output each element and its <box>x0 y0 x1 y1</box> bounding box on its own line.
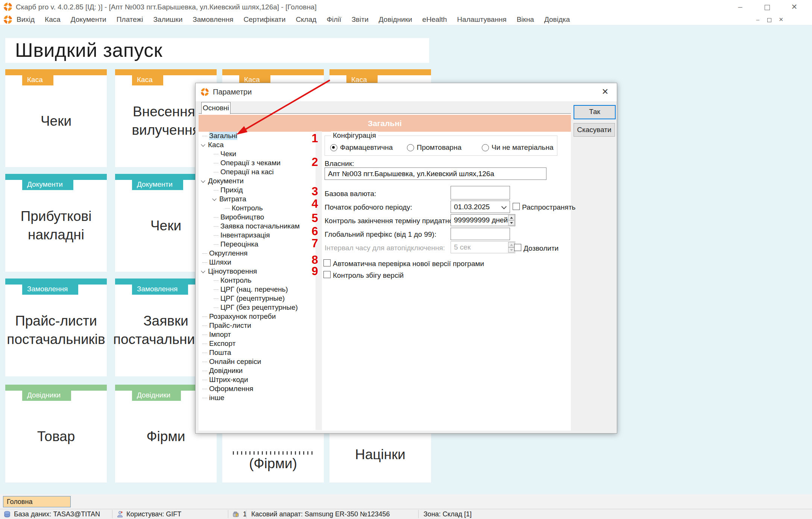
section-header: Загальні <box>199 115 571 132</box>
radio-label: Фармацевтична <box>340 143 393 152</box>
menu-item-2[interactable]: Документи <box>71 15 106 24</box>
spinner-down-icon <box>508 247 515 253</box>
allow-checkbox[interactable] <box>514 244 521 251</box>
tree-expander-icon[interactable] <box>201 178 205 183</box>
tree-item-28[interactable]: Оформлення <box>199 384 314 393</box>
tree-item-10[interactable]: Заявка постачальникам <box>199 222 314 231</box>
expiry-spinner[interactable]: 999999999 дней <box>451 214 515 226</box>
tab-osnovni[interactable]: Основні <box>201 102 231 114</box>
menu-item-3[interactable]: Платежі <box>117 15 143 24</box>
tree-item-24[interactable]: Пошта <box>199 348 314 357</box>
base-currency-input[interactable] <box>451 186 510 199</box>
menu-item-0[interactable]: Вихід <box>17 15 35 24</box>
autocheck-checkbox[interactable] <box>323 259 331 266</box>
tree-connector <box>214 307 219 308</box>
mdi-minimize-icon[interactable]: – <box>756 16 759 23</box>
tree-item-14[interactable]: Шляхи <box>199 258 314 267</box>
tab-holovna[interactable]: Головна <box>3 496 71 507</box>
version-control-checkbox[interactable] <box>323 271 331 278</box>
cancel-button[interactable]: Скасувати <box>574 123 615 137</box>
tree-connector <box>214 235 219 236</box>
menu-item-7[interactable]: Склад <box>296 15 316 24</box>
close-icon[interactable]: ✕ <box>786 2 803 12</box>
mdi-close-icon[interactable]: ✕ <box>779 16 783 23</box>
tree-item-25[interactable]: Онлайн сервіси <box>199 357 314 366</box>
tree-item-15[interactable]: Ціноутворення <box>199 267 314 276</box>
menu-item-14[interactable]: Довідка <box>544 15 570 24</box>
menu-item-4[interactable]: Залишки <box>153 15 182 24</box>
tree-item-1[interactable]: Каса <box>199 140 314 149</box>
tree-item-3[interactable]: Операції з чеками <box>199 158 314 167</box>
quick-launch-tile[interactable]: ДокументиПрибуткові накладні <box>5 174 107 272</box>
tile-label: Прайс-листи постачальників <box>5 285 107 376</box>
tile-category-strip <box>222 69 324 75</box>
tree-item-22[interactable]: Імпорт <box>199 330 314 339</box>
menu-item-5[interactable]: Замовлення <box>193 15 233 24</box>
work-period-combobox[interactable]: 01.03.2025 <box>451 201 510 213</box>
bottom-tabstrip: Головна <box>0 494 812 509</box>
restore-icon[interactable] <box>759 2 776 12</box>
radio-pharmaceutical[interactable]: Фармацевтична <box>330 143 393 152</box>
tree-connector <box>202 262 207 263</box>
tree-item-27[interactable]: Штрих-коди <box>199 375 314 384</box>
tree-item-13[interactable]: Округлення <box>199 249 314 258</box>
global-prefix-input[interactable] <box>451 228 510 240</box>
tree-item-label: Операції на касі <box>220 168 274 176</box>
status-register-text: Касовий апарат: Samsung ER-350 №123456 <box>251 510 390 518</box>
tree-item-11[interactable]: Інвентаризація <box>199 231 314 240</box>
tree-item-label: Імпорт <box>209 330 231 339</box>
tree-item-4[interactable]: Операції на касі <box>199 167 314 177</box>
spread-checkbox[interactable] <box>513 203 520 210</box>
tree-item-label: Каса <box>208 141 224 149</box>
allow-checkbox-label: Дозволити <box>524 244 559 253</box>
tree-expander-icon[interactable] <box>212 196 216 201</box>
tree-item-8[interactable]: Контроль <box>199 204 314 213</box>
dialog-titlebar[interactable]: Параметри ✕ <box>196 83 617 101</box>
minimize-icon[interactable]: – <box>732 2 749 12</box>
tree-item-19[interactable]: ЦРГ (без рецептурные) <box>199 303 314 312</box>
tree-item-21[interactable]: Прайс-листи <box>199 321 314 330</box>
tree-item-5[interactable]: Документи <box>199 177 314 186</box>
quick-launch-tile[interactable]: ДовідникиТовар <box>5 385 107 482</box>
quick-launch-tile[interactable]: КасаЧеки <box>5 69 107 167</box>
spinner-up-icon[interactable] <box>508 215 515 220</box>
tree-item-label: Штрих-коди <box>209 376 248 384</box>
menu-item-6[interactable]: Сертифікати <box>244 15 286 24</box>
owner-input[interactable]: Апт №003 пгт.Барышевка, ул.Киевский шлях… <box>325 167 546 180</box>
menu-item-13[interactable]: Вікна <box>517 15 534 24</box>
menu-item-11[interactable]: eHealth <box>422 15 447 24</box>
chevron-down-icon[interactable] <box>501 204 507 209</box>
dialog-close-icon[interactable]: ✕ <box>600 87 611 97</box>
menu-item-1[interactable]: Каса <box>45 15 61 24</box>
tree-scrollbar[interactable] <box>316 131 322 430</box>
spinner-down-icon[interactable] <box>508 220 515 225</box>
tree-item-6[interactable]: Прихід <box>199 186 314 195</box>
tree-expander-icon[interactable] <box>201 142 205 146</box>
tree-item-0[interactable]: Загальні <box>199 131 314 140</box>
quick-launch-tile[interactable]: ЗамовленняПрайс-листи постачальників <box>5 279 107 376</box>
mdi-restore-icon[interactable] <box>767 16 771 23</box>
radio-promtovarna[interactable]: Промтоварна <box>407 143 461 152</box>
menu-item-12[interactable]: Налаштування <box>457 15 506 24</box>
tree-connector <box>214 298 219 299</box>
menu-item-10[interactable]: Довідники <box>379 15 412 24</box>
tree-item-12[interactable]: Переоцінка <box>199 240 314 249</box>
tree-item-20[interactable]: Розрахунок потреби <box>199 312 314 321</box>
tree-item-18[interactable]: ЦРГ (рецептурные) <box>199 294 314 303</box>
radio-nonmaterial[interactable]: Чи не матеріальна <box>482 143 554 152</box>
ok-button[interactable]: Так <box>574 105 616 119</box>
tree-item-16[interactable]: Контроль <box>199 276 314 285</box>
settings-tree: ЗагальніКасаЧекиОперації з чекамиОпераці… <box>199 131 314 402</box>
tree-item-29[interactable]: інше <box>199 393 314 402</box>
app-logo-icon <box>4 15 12 24</box>
menu-item-9[interactable]: Звіти <box>352 15 369 24</box>
menu-item-8[interactable]: Філії <box>326 15 341 24</box>
tree-item-26[interactable]: Довідники <box>199 366 314 375</box>
tree-item-7[interactable]: Витрата <box>199 195 314 204</box>
tree-item-9[interactable]: Виробництво <box>199 213 314 222</box>
tree-item-2[interactable]: Чеки <box>199 149 314 158</box>
tree-item-23[interactable]: Експорт <box>199 339 314 348</box>
tree-expander-icon[interactable] <box>201 269 205 273</box>
tree-item-17[interactable]: ЦРГ (нац. перечень) <box>199 285 314 294</box>
global-prefix-label: Глобальний префікс (від 1 до 99): <box>325 230 436 239</box>
